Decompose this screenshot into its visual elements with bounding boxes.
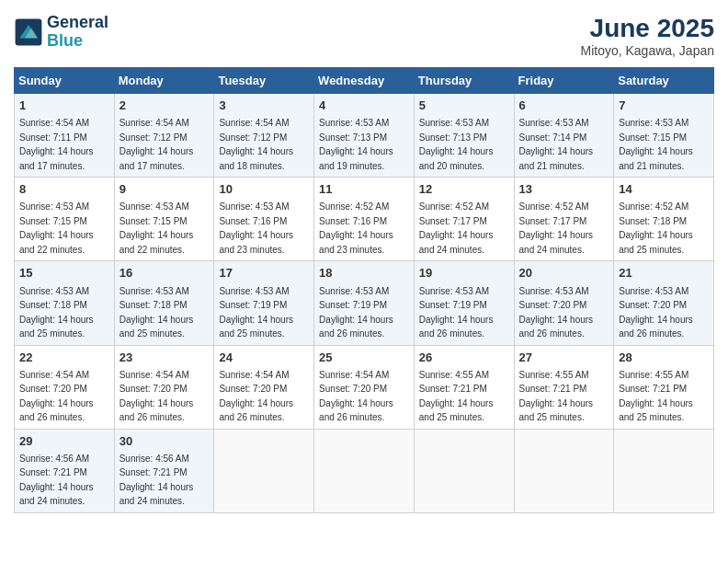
day-cell-14: 14 Sunrise: 4:52 AMSunset: 7:18 PMDaylig… [614, 178, 714, 261]
day-number: 30 [119, 433, 210, 450]
week-row-5: 29 Sunrise: 4:56 AMSunset: 7:21 PMDaylig… [15, 429, 714, 512]
day-info: Sunrise: 4:54 AMSunset: 7:20 PMDaylight:… [219, 370, 293, 423]
day-cell-21: 21 Sunrise: 4:53 AMSunset: 7:20 PMDaylig… [614, 261, 714, 345]
month-title: June 2025 [580, 14, 714, 43]
day-cell-19: 19 Sunrise: 4:53 AMSunset: 7:19 PMDaylig… [414, 261, 514, 345]
day-number: 5 [419, 98, 509, 114]
day-number: 9 [119, 181, 210, 198]
day-info: Sunrise: 4:54 AMSunset: 7:20 PMDaylight:… [19, 370, 94, 423]
day-number: 19 [419, 265, 509, 282]
day-number: 21 [619, 265, 709, 282]
day-cell-3: 3 Sunrise: 4:54 AMSunset: 7:12 PMDayligh… [214, 94, 314, 178]
day-cell-7: 7 Sunrise: 4:53 AMSunset: 7:15 PMDayligh… [614, 94, 714, 178]
day-info: Sunrise: 4:53 AMSunset: 7:18 PMDaylight:… [119, 286, 194, 339]
day-info: Sunrise: 4:55 AMSunset: 7:21 PMDaylight:… [419, 370, 494, 423]
day-cell-24: 24 Sunrise: 4:54 AMSunset: 7:20 PMDaylig… [214, 345, 314, 429]
col-header-wednesday: Wednesday [314, 68, 415, 94]
day-cell-2: 2 Sunrise: 4:54 AMSunset: 7:12 PMDayligh… [114, 94, 214, 178]
day-number: 18 [319, 265, 409, 282]
day-info: Sunrise: 4:53 AMSunset: 7:20 PMDaylight:… [519, 286, 594, 339]
empty-cell [314, 429, 415, 512]
day-number: 23 [119, 350, 210, 366]
week-row-4: 22 Sunrise: 4:54 AMSunset: 7:20 PMDaylig… [15, 345, 714, 429]
day-info: Sunrise: 4:53 AMSunset: 7:16 PMDaylight:… [219, 201, 293, 255]
day-cell-5: 5 Sunrise: 4:53 AMSunset: 7:13 PMDayligh… [414, 94, 514, 178]
day-number: 15 [19, 265, 109, 282]
col-header-sunday: Sunday [15, 68, 115, 94]
day-cell-29: 29 Sunrise: 4:56 AMSunset: 7:21 PMDaylig… [15, 429, 115, 512]
day-number: 25 [319, 350, 409, 366]
day-cell-30: 30 Sunrise: 4:56 AMSunset: 7:21 PMDaylig… [114, 429, 214, 512]
day-info: Sunrise: 4:54 AMSunset: 7:11 PMDaylight:… [19, 118, 94, 171]
day-number: 13 [519, 181, 609, 198]
day-number: 11 [319, 181, 409, 198]
day-number: 12 [419, 181, 509, 198]
day-cell-23: 23 Sunrise: 4:54 AMSunset: 7:20 PMDaylig… [114, 345, 214, 429]
col-header-friday: Friday [514, 68, 614, 94]
week-row-2: 8 Sunrise: 4:53 AMSunset: 7:15 PMDayligh… [15, 178, 714, 261]
day-cell-8: 8 Sunrise: 4:53 AMSunset: 7:15 PMDayligh… [15, 178, 115, 261]
empty-cell [514, 429, 614, 512]
week-row-3: 15 Sunrise: 4:53 AMSunset: 7:18 PMDaylig… [15, 261, 714, 345]
day-info: Sunrise: 4:53 AMSunset: 7:19 PMDaylight:… [319, 286, 393, 339]
day-cell-28: 28 Sunrise: 4:55 AMSunset: 7:21 PMDaylig… [614, 345, 714, 429]
day-cell-22: 22 Sunrise: 4:54 AMSunset: 7:20 PMDaylig… [15, 345, 115, 429]
day-cell-15: 15 Sunrise: 4:53 AMSunset: 7:18 PMDaylig… [15, 261, 115, 345]
day-cell-20: 20 Sunrise: 4:53 AMSunset: 7:20 PMDaylig… [514, 261, 614, 345]
day-number: 16 [119, 265, 210, 282]
day-number: 26 [419, 350, 509, 366]
day-number: 10 [219, 181, 309, 198]
logo-icon [14, 17, 43, 47]
day-cell-26: 26 Sunrise: 4:55 AMSunset: 7:21 PMDaylig… [414, 345, 514, 429]
day-info: Sunrise: 4:53 AMSunset: 7:18 PMDaylight:… [19, 286, 94, 339]
day-cell-1: 1 Sunrise: 4:54 AMSunset: 7:11 PMDayligh… [15, 94, 115, 178]
day-info: Sunrise: 4:52 AMSunset: 7:18 PMDaylight:… [619, 201, 693, 255]
day-number: 6 [519, 98, 609, 114]
logo-text: General Blue [47, 14, 108, 51]
empty-cell [414, 429, 514, 512]
day-number: 7 [619, 98, 709, 114]
day-cell-18: 18 Sunrise: 4:53 AMSunset: 7:19 PMDaylig… [314, 261, 415, 345]
day-info: Sunrise: 4:54 AMSunset: 7:12 PMDaylight:… [119, 118, 194, 171]
logo: General Blue [14, 14, 108, 51]
day-cell-16: 16 Sunrise: 4:53 AMSunset: 7:18 PMDaylig… [114, 261, 214, 345]
day-info: Sunrise: 4:54 AMSunset: 7:20 PMDaylight:… [319, 370, 393, 423]
calendar-header-row: SundayMondayTuesdayWednesdayThursdayFrid… [15, 68, 714, 94]
day-number: 14 [619, 181, 709, 198]
day-info: Sunrise: 4:53 AMSunset: 7:15 PMDaylight:… [19, 201, 94, 255]
day-info: Sunrise: 4:55 AMSunset: 7:21 PMDaylight:… [619, 370, 693, 423]
day-info: Sunrise: 4:52 AMSunset: 7:17 PMDaylight:… [519, 201, 594, 255]
day-info: Sunrise: 4:53 AMSunset: 7:19 PMDaylight:… [419, 286, 494, 339]
day-number: 22 [19, 350, 109, 366]
day-number: 2 [119, 98, 210, 114]
day-cell-25: 25 Sunrise: 4:54 AMSunset: 7:20 PMDaylig… [314, 345, 415, 429]
day-info: Sunrise: 4:54 AMSunset: 7:12 PMDaylight:… [219, 118, 293, 171]
day-number: 1 [19, 98, 109, 114]
day-info: Sunrise: 4:55 AMSunset: 7:21 PMDaylight:… [519, 370, 594, 423]
day-number: 28 [619, 350, 709, 366]
day-info: Sunrise: 4:53 AMSunset: 7:15 PMDaylight:… [619, 118, 693, 171]
col-header-tuesday: Tuesday [214, 68, 314, 94]
day-info: Sunrise: 4:53 AMSunset: 7:13 PMDaylight:… [319, 118, 393, 171]
calendar-table: SundayMondayTuesdayWednesdayThursdayFrid… [14, 67, 714, 513]
page-header: General Blue June 2025 Mitoyo, Kagawa, J… [14, 14, 714, 58]
col-header-thursday: Thursday [414, 68, 514, 94]
day-cell-13: 13 Sunrise: 4:52 AMSunset: 7:17 PMDaylig… [514, 178, 614, 261]
day-info: Sunrise: 4:54 AMSunset: 7:20 PMDaylight:… [119, 370, 194, 423]
week-row-1: 1 Sunrise: 4:54 AMSunset: 7:11 PMDayligh… [15, 94, 714, 178]
day-info: Sunrise: 4:52 AMSunset: 7:16 PMDaylight:… [319, 201, 393, 255]
day-number: 24 [219, 350, 309, 366]
day-number: 17 [219, 265, 309, 282]
day-info: Sunrise: 4:56 AMSunset: 7:21 PMDaylight:… [119, 454, 194, 507]
col-header-saturday: Saturday [614, 68, 714, 94]
day-info: Sunrise: 4:53 AMSunset: 7:15 PMDaylight:… [119, 201, 194, 255]
location: Mitoyo, Kagawa, Japan [580, 43, 714, 58]
day-cell-9: 9 Sunrise: 4:53 AMSunset: 7:15 PMDayligh… [114, 178, 214, 261]
day-cell-6: 6 Sunrise: 4:53 AMSunset: 7:14 PMDayligh… [514, 94, 614, 178]
day-info: Sunrise: 4:53 AMSunset: 7:14 PMDaylight:… [519, 118, 594, 171]
day-cell-27: 27 Sunrise: 4:55 AMSunset: 7:21 PMDaylig… [514, 345, 614, 429]
day-cell-17: 17 Sunrise: 4:53 AMSunset: 7:19 PMDaylig… [214, 261, 314, 345]
day-info: Sunrise: 4:53 AMSunset: 7:13 PMDaylight:… [419, 118, 494, 171]
day-info: Sunrise: 4:52 AMSunset: 7:17 PMDaylight:… [419, 201, 494, 255]
day-number: 3 [219, 98, 309, 114]
